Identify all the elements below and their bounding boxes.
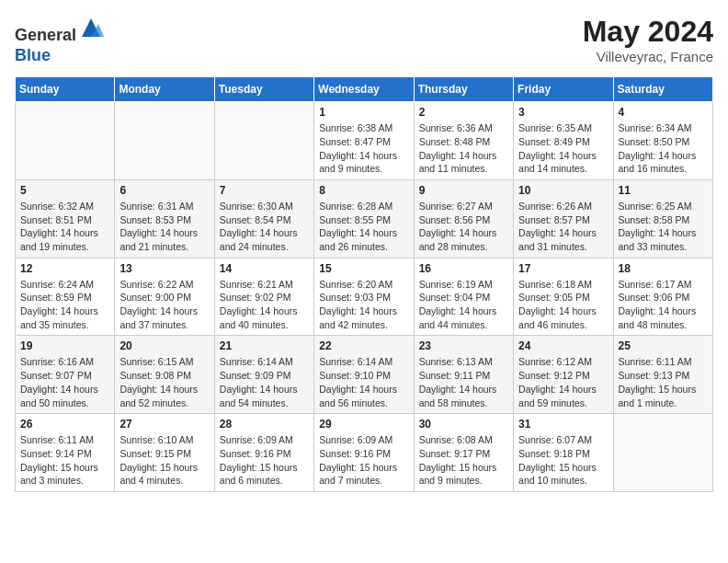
day-number: 13 [119,262,209,275]
calendar-cell: 30Sunrise: 6:08 AMSunset: 9:17 PMDayligh… [414,414,513,492]
day-number: 28 [220,418,309,431]
day-number: 20 [119,339,209,352]
day-number: 5 [20,184,109,197]
calendar-week-row: 26Sunrise: 6:11 AMSunset: 9:14 PMDayligh… [16,414,713,492]
location: Villeveyrac, France [583,49,713,64]
day-info: Sunrise: 6:20 AMSunset: 9:03 PMDaylight:… [319,278,408,332]
day-info: Sunrise: 6:11 AMSunset: 9:13 PMDaylight:… [619,355,708,409]
calendar-cell: 23Sunrise: 6:13 AMSunset: 9:11 PMDayligh… [414,336,513,414]
day-info: Sunrise: 6:25 AMSunset: 8:58 PMDaylight:… [619,200,708,254]
day-of-week-header: Monday [115,77,214,102]
day-number: 29 [319,418,408,431]
day-of-week-header: Wednesday [314,77,414,102]
calendar-cell: 12Sunrise: 6:24 AMSunset: 8:59 PMDayligh… [16,258,115,336]
day-info: Sunrise: 6:17 AMSunset: 9:06 PMDaylight:… [619,278,708,332]
calendar-cell [214,102,313,180]
day-info: Sunrise: 6:12 AMSunset: 9:12 PMDaylight:… [518,355,608,409]
day-number: 25 [619,339,708,352]
calendar-cell: 3Sunrise: 6:35 AMSunset: 8:49 PMDaylight… [514,102,613,180]
calendar-cell: 15Sunrise: 6:20 AMSunset: 9:03 PMDayligh… [314,258,414,336]
day-number: 10 [518,184,608,197]
day-of-week-header: Sunday [16,77,115,102]
calendar-cell: 4Sunrise: 6:34 AMSunset: 8:50 PMDaylight… [613,102,712,180]
day-info: Sunrise: 6:07 AMSunset: 9:18 PMDaylight:… [518,433,608,488]
logo-general: General [15,26,76,44]
calendar-cell: 10Sunrise: 6:26 AMSunset: 8:57 PMDayligh… [514,179,613,258]
day-number: 30 [419,418,508,431]
calendar-cell: 24Sunrise: 6:12 AMSunset: 9:12 PMDayligh… [514,336,613,414]
day-number: 27 [119,418,209,431]
day-number: 8 [319,184,408,197]
day-info: Sunrise: 6:16 AMSunset: 9:07 PMDaylight:… [20,355,109,409]
day-info: Sunrise: 6:09 AMSunset: 9:16 PMDaylight:… [319,433,408,488]
calendar-cell: 14Sunrise: 6:21 AMSunset: 9:02 PMDayligh… [214,258,313,336]
calendar-cell: 9Sunrise: 6:27 AMSunset: 8:56 PMDaylight… [414,179,513,258]
calendar-cell: 18Sunrise: 6:17 AMSunset: 9:06 PMDayligh… [613,258,712,336]
day-info: Sunrise: 6:11 AMSunset: 9:14 PMDaylight:… [20,433,109,488]
calendar-cell: 20Sunrise: 6:15 AMSunset: 9:08 PMDayligh… [115,336,214,414]
day-info: Sunrise: 6:13 AMSunset: 9:11 PMDaylight:… [419,355,508,409]
day-number: 2 [419,106,508,119]
calendar-cell: 17Sunrise: 6:18 AMSunset: 9:05 PMDayligh… [514,258,613,336]
calendar-cell: 8Sunrise: 6:28 AMSunset: 8:55 PMDaylight… [314,179,414,258]
day-of-week-header: Saturday [613,77,712,102]
day-info: Sunrise: 6:19 AMSunset: 9:04 PMDaylight:… [419,278,508,332]
day-number: 21 [220,339,309,352]
calendar-week-row: 1Sunrise: 6:38 AMSunset: 8:47 PMDaylight… [16,102,713,180]
calendar-cell: 13Sunrise: 6:22 AMSunset: 9:00 PMDayligh… [115,258,214,336]
page-header: General Blue May 2024 Villeveyrac, Franc… [15,15,713,65]
day-info: Sunrise: 6:32 AMSunset: 8:51 PMDaylight:… [20,200,109,254]
day-number: 26 [20,418,109,431]
day-info: Sunrise: 6:35 AMSunset: 8:49 PMDaylight:… [518,121,608,176]
day-number: 7 [220,184,309,197]
calendar-cell: 25Sunrise: 6:11 AMSunset: 9:13 PMDayligh… [613,336,712,414]
day-number: 11 [619,184,708,197]
day-info: Sunrise: 6:30 AMSunset: 8:54 PMDaylight:… [220,200,309,254]
calendar-cell: 22Sunrise: 6:14 AMSunset: 9:10 PMDayligh… [314,336,414,414]
calendar-cell: 31Sunrise: 6:07 AMSunset: 9:18 PMDayligh… [514,414,613,492]
day-number: 14 [220,262,309,275]
day-info: Sunrise: 6:28 AMSunset: 8:55 PMDaylight:… [319,200,408,254]
day-info: Sunrise: 6:10 AMSunset: 9:15 PMDaylight:… [119,433,209,488]
calendar-week-row: 19Sunrise: 6:16 AMSunset: 9:07 PMDayligh… [16,336,713,414]
day-info: Sunrise: 6:21 AMSunset: 9:02 PMDaylight:… [220,278,309,332]
day-number: 24 [518,339,608,352]
calendar-cell: 6Sunrise: 6:31 AMSunset: 8:53 PMDaylight… [115,179,214,258]
logo-blue: Blue [15,46,51,64]
day-info: Sunrise: 6:08 AMSunset: 9:17 PMDaylight:… [419,433,508,488]
day-number: 3 [518,106,608,119]
day-number: 4 [619,106,708,119]
day-info: Sunrise: 6:15 AMSunset: 9:08 PMDaylight:… [119,355,209,409]
day-info: Sunrise: 6:36 AMSunset: 8:48 PMDaylight:… [419,121,508,176]
day-info: Sunrise: 6:22 AMSunset: 9:00 PMDaylight:… [119,278,209,332]
day-of-week-header: Thursday [414,77,513,102]
calendar-cell: 19Sunrise: 6:16 AMSunset: 9:07 PMDayligh… [16,336,115,414]
day-number: 9 [419,184,508,197]
calendar-cell: 1Sunrise: 6:38 AMSunset: 8:47 PMDaylight… [314,102,414,180]
day-number: 12 [20,262,109,275]
logo-icon [78,15,104,40]
day-number: 17 [518,262,608,275]
day-number: 22 [319,339,408,352]
day-number: 6 [119,184,209,197]
month-year: May 2024 [583,15,713,49]
calendar-cell: 5Sunrise: 6:32 AMSunset: 8:51 PMDaylight… [16,179,115,258]
day-number: 16 [419,262,508,275]
day-number: 31 [518,418,608,431]
title-block: May 2024 Villeveyrac, France [583,15,713,64]
day-info: Sunrise: 6:18 AMSunset: 9:05 PMDaylight:… [518,278,608,332]
calendar-cell: 27Sunrise: 6:10 AMSunset: 9:15 PMDayligh… [115,414,214,492]
day-info: Sunrise: 6:24 AMSunset: 8:59 PMDaylight:… [20,278,109,332]
day-number: 18 [619,262,708,275]
calendar-cell: 16Sunrise: 6:19 AMSunset: 9:04 PMDayligh… [414,258,513,336]
day-info: Sunrise: 6:38 AMSunset: 8:47 PMDaylight:… [319,121,408,176]
day-number: 19 [20,339,109,352]
calendar-table: SundayMondayTuesdayWednesdayThursdayFrid… [15,76,713,492]
calendar-cell: 2Sunrise: 6:36 AMSunset: 8:48 PMDaylight… [414,102,513,180]
day-info: Sunrise: 6:14 AMSunset: 9:09 PMDaylight:… [220,355,309,409]
calendar-header-row: SundayMondayTuesdayWednesdayThursdayFrid… [16,77,713,102]
calendar-cell: 21Sunrise: 6:14 AMSunset: 9:09 PMDayligh… [214,336,313,414]
calendar-cell: 28Sunrise: 6:09 AMSunset: 9:16 PMDayligh… [214,414,313,492]
day-info: Sunrise: 6:09 AMSunset: 9:16 PMDaylight:… [220,433,309,488]
day-info: Sunrise: 6:34 AMSunset: 8:50 PMDaylight:… [619,121,708,176]
